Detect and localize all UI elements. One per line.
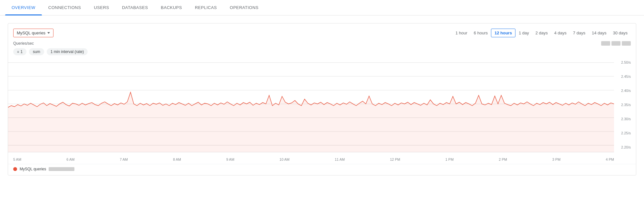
y-axis-labels: 2.50/s2.45/s2.40/s2.35/s2.30/s2.25/s2.20… xyxy=(614,59,631,156)
chart-meta: Queries/sec xyxy=(8,41,636,48)
time-btn-1h[interactable]: 1 hour xyxy=(452,29,471,37)
x-axis-label: 9 AM xyxy=(226,158,234,161)
time-btn-2d[interactable]: 2 days xyxy=(532,29,551,37)
legend-label: MySQL queries xyxy=(20,167,46,171)
x-axis-label: 10 AM xyxy=(280,158,290,161)
time-btn-1d[interactable]: 1 day xyxy=(515,29,532,37)
chart-legend: MySQL queries xyxy=(8,164,636,175)
nav-tab-overview[interactable]: OVERVIEW xyxy=(5,0,42,15)
chart-svg xyxy=(8,59,614,156)
time-btn-12h[interactable]: 12 hours xyxy=(491,29,515,37)
legend-bar-1 xyxy=(601,41,610,46)
filter-chip-filter1[interactable]: ≡1 xyxy=(13,48,26,55)
dropdown-label: MySQL queries xyxy=(17,31,45,35)
metric-dropdown[interactable]: MySQL queries xyxy=(13,29,53,37)
nav-tab-users[interactable]: USERS xyxy=(87,0,115,15)
x-axis-label: 3 PM xyxy=(552,158,561,161)
chip-label: sum xyxy=(33,50,40,54)
chip-label: 1 xyxy=(20,50,23,54)
y-axis-label: 2.45/s xyxy=(614,75,631,78)
nav-tab-databases[interactable]: DATABASES xyxy=(116,0,155,15)
x-axis-label: 11 AM xyxy=(335,158,345,161)
x-axis-label: 12 PM xyxy=(390,158,400,161)
time-btn-7d[interactable]: 7 days xyxy=(570,29,589,37)
x-axis-label: 4 PM xyxy=(606,158,614,161)
nav-tab-replicas[interactable]: REPLICAS xyxy=(188,0,223,15)
chart-area: 2.50/s2.45/s2.40/s2.35/s2.30/s2.25/s2.20… xyxy=(8,59,636,156)
x-axis-label: 2 PM xyxy=(499,158,507,161)
chart-section: MySQL queries 1 hour6 hours12 hours1 day… xyxy=(8,23,636,176)
y-axis-label: 2.20/s xyxy=(614,145,631,149)
y-axis-label: 2.35/s xyxy=(614,103,631,107)
y-axis-label: 2.50/s xyxy=(614,60,631,64)
legend-placeholder xyxy=(601,41,631,46)
legend-bar-2 xyxy=(611,41,620,46)
time-btn-30d[interactable]: 30 days xyxy=(610,29,631,37)
filter-icon: ≡ xyxy=(17,50,19,54)
filter-chips: ≡1sum1 min interval (rate) xyxy=(8,48,636,59)
x-axis-label: 5 AM xyxy=(13,158,21,161)
x-axis-label: 6 AM xyxy=(66,158,74,161)
x-axis-label: 1 PM xyxy=(445,158,454,161)
legend-dot xyxy=(13,167,17,171)
nav-tab-operations[interactable]: OPERATIONS xyxy=(223,0,265,15)
x-axis-label: 7 AM xyxy=(120,158,128,161)
nav-tab-backups[interactable]: BACKUPS xyxy=(154,0,188,15)
chart-svg-wrapper: 2.50/s2.45/s2.40/s2.35/s2.30/s2.25/s2.20… xyxy=(8,59,631,156)
x-axis: 5 AM6 AM7 AM8 AM9 AM10 AM11 AM12 PM1 PM2… xyxy=(8,156,619,164)
time-range-group: 1 hour6 hours12 hours1 day2 days4 days7 … xyxy=(452,29,631,37)
legend-value-placeholder xyxy=(49,167,74,171)
filter-chip-sum[interactable]: sum xyxy=(29,48,44,55)
time-btn-4d[interactable]: 4 days xyxy=(551,29,570,37)
time-btn-14d[interactable]: 14 days xyxy=(589,29,610,37)
x-axis-label: 8 AM xyxy=(173,158,181,161)
time-btn-6h[interactable]: 6 hours xyxy=(471,29,491,37)
chip-label: 1 min interval (rate) xyxy=(51,50,84,54)
main-content: MySQL queries 1 hour6 hours12 hours1 day… xyxy=(0,15,644,181)
nav-tab-connections[interactable]: CONNECTIONS xyxy=(42,0,88,15)
nav-tabs: OVERVIEWCONNECTIONSUSERSDATABASESBACKUPS… xyxy=(0,0,644,15)
chart-header: MySQL queries 1 hour6 hours12 hours1 day… xyxy=(8,29,636,41)
dropdown-arrow-icon xyxy=(47,32,50,34)
queries-label: Queries/sec xyxy=(13,41,34,46)
legend-bar-3 xyxy=(622,41,631,46)
y-axis-label: 2.40/s xyxy=(614,89,631,93)
y-axis-label: 2.25/s xyxy=(614,131,631,135)
filter-chip-interval[interactable]: 1 min interval (rate) xyxy=(47,48,88,55)
y-axis-label: 2.30/s xyxy=(614,117,631,121)
